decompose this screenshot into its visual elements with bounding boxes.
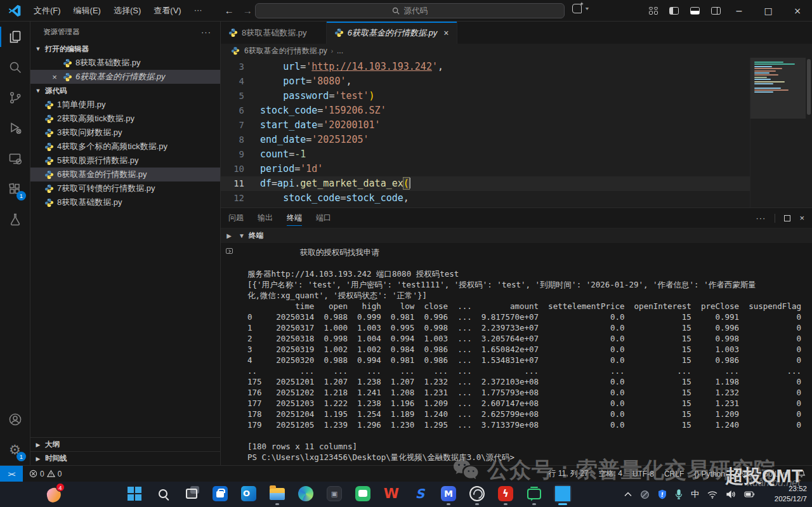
outline-section[interactable]: ▶ 大纲: [30, 437, 220, 451]
close-panel-icon[interactable]: ×: [799, 213, 804, 223]
file-item[interactable]: 1简单使用.py: [30, 98, 220, 112]
close-icon[interactable]: ×: [49, 72, 60, 82]
file-item[interactable]: 3获取问财数据.py: [30, 126, 220, 140]
editor-tab[interactable]: 6获取基金的行情数据.py ×: [327, 22, 457, 44]
messages-button[interactable]: [525, 485, 543, 503]
file-item[interactable]: 8获取基础数据.py: [30, 195, 220, 209]
menu-item[interactable]: 文件(F): [28, 3, 67, 19]
copilot-button[interactable]: ▼: [572, 4, 590, 13]
terminal-output[interactable]: 获取的授权码找我申请 服务器http://14.103.193.242 端口80…: [237, 243, 812, 465]
close-button[interactable]: ×: [783, 0, 812, 22]
code-editor[interactable]: 3 url='http://14.103.193.242',4 port='80…: [221, 58, 812, 207]
status-item[interactable]: 空格: 4: [599, 468, 622, 479]
breadcrumb-symbol[interactable]: ...: [337, 46, 343, 55]
status-item[interactable]: CRLF: [664, 470, 684, 478]
panel-tab[interactable]: 端口: [316, 208, 331, 228]
toggle-panel-icon[interactable]: [690, 7, 700, 15]
volume-icon[interactable]: [726, 490, 736, 499]
file-item[interactable]: 4获取多个标的高频tick数据.py: [30, 140, 220, 154]
panel-tab[interactable]: 输出: [258, 208, 273, 228]
toggle-secondary-sidebar-icon[interactable]: [711, 7, 721, 15]
edge-button[interactable]: [297, 485, 315, 503]
microphone-icon[interactable]: [675, 489, 683, 499]
maximize-panel-icon[interactable]: [784, 215, 790, 221]
menu-item[interactable]: 查看(V): [148, 3, 187, 19]
red-app-button[interactable]: ϟ: [497, 485, 514, 503]
python-file-icon: [44, 128, 54, 138]
file-item[interactable]: 6获取基金的行情数据.py: [30, 168, 220, 181]
command-center-search[interactable]: 源代码: [255, 3, 565, 18]
taskbar-clock[interactable]: 23:52 2025/12/7: [775, 484, 807, 504]
file-item[interactable]: 7获取可转债的行情数据.py: [30, 181, 220, 195]
source-control-icon[interactable]: [0, 82, 30, 113]
do-not-disturb-icon[interactable]: [640, 490, 650, 499]
terminal-section-label[interactable]: ▼终端: [237, 231, 263, 240]
minimap[interactable]: [750, 58, 806, 207]
remote-indicator[interactable]: ><: [0, 466, 23, 482]
more-actions-icon[interactable]: ···: [756, 213, 766, 223]
chevron-right-icon[interactable]: ▶: [225, 232, 233, 239]
ai-app-button[interactable]: S: [411, 485, 429, 503]
scrollbar-thumb[interactable]: [807, 59, 811, 115]
account-icon[interactable]: [0, 404, 30, 435]
open-editors-header[interactable]: ▼ 打开的编辑器: [30, 42, 220, 56]
settings-gear-icon[interactable]: ⚙ 1: [0, 435, 30, 465]
menu-item[interactable]: 选择(S): [108, 3, 147, 19]
task-view-button[interactable]: [183, 485, 200, 503]
vscode-taskbar-button[interactable]: [554, 485, 572, 503]
testing-icon[interactable]: [0, 204, 30, 235]
m-app-button[interactable]: M: [440, 485, 457, 503]
wps-office-button[interactable]: W: [383, 485, 400, 503]
bird-app-icon[interactable]: 4: [46, 485, 63, 503]
close-icon[interactable]: ×: [443, 28, 449, 38]
remote-explorer-icon[interactable]: [0, 143, 30, 174]
back-icon[interactable]: ←: [225, 5, 234, 16]
customize-layout-icon[interactable]: [649, 7, 658, 15]
terminal-launch-icon[interactable]: [226, 248, 233, 254]
maximize-button[interactable]: □: [754, 0, 783, 22]
ime-language-indicator[interactable]: 中: [691, 489, 699, 500]
open-editor-item[interactable]: × 6获取基金的行情数据.py: [30, 70, 220, 84]
chevron-up-icon[interactable]: [624, 492, 632, 497]
menu-item[interactable]: ···: [188, 3, 208, 19]
explorer-icon[interactable]: [0, 22, 30, 52]
source-folder-header[interactable]: ▼ 源代码: [30, 84, 220, 98]
timeline-section[interactable]: ▶ 时间线: [30, 451, 220, 465]
editor-scrollbar[interactable]: [806, 58, 812, 207]
file-explorer-button[interactable]: [268, 485, 286, 503]
panel-tab[interactable]: 终端: [287, 208, 302, 228]
wechat-button[interactable]: [354, 485, 372, 503]
toggle-sidebar-icon[interactable]: [669, 7, 679, 15]
windows-start-button[interactable]: [126, 485, 143, 503]
status-item[interactable]: {} Python: [694, 470, 725, 478]
search-sidebar-icon[interactable]: [0, 52, 30, 82]
editor-tab[interactable]: 8获取基础数据.py ×: [221, 22, 327, 44]
notifications-bell-icon[interactable]: [797, 470, 806, 478]
file-item[interactable]: 5获取股票行情数据.py: [30, 154, 220, 168]
status-item[interactable]: 3.9.5: [735, 470, 752, 478]
menu-item[interactable]: 编辑(E): [68, 3, 107, 19]
forward-icon[interactable]: →: [243, 5, 252, 16]
file-item[interactable]: 2获取高频tick数据.py: [30, 112, 220, 126]
extensions-icon[interactable]: 1: [0, 174, 30, 204]
breadcrumb[interactable]: 6获取基金的行情数据.py › ...: [221, 44, 812, 58]
panel-tab[interactable]: 问题: [228, 208, 244, 228]
wifi-icon[interactable]: [707, 491, 717, 499]
security-shield-icon[interactable]: [658, 489, 667, 499]
windows-search-button[interactable]: [154, 485, 172, 503]
problems-status[interactable]: 0 0: [29, 470, 62, 478]
error-icon: [29, 470, 37, 478]
status-item[interactable]: Go Live: [763, 470, 789, 478]
dark-app-button[interactable]: ▣: [325, 485, 343, 503]
more-actions-icon[interactable]: ···: [201, 27, 211, 37]
battery-icon[interactable]: [744, 491, 755, 497]
open-editor-item[interactable]: × 8获取基础数据.py: [30, 56, 220, 70]
breadcrumb-file[interactable]: 6获取基金的行情数据.py: [244, 46, 327, 56]
minimize-button[interactable]: −: [724, 0, 754, 22]
status-item[interactable]: 行 11, 列 27: [548, 468, 588, 479]
status-item[interactable]: UTF-8: [632, 470, 654, 478]
microsoft-store-button[interactable]: [211, 485, 229, 503]
obs-button[interactable]: [468, 485, 486, 503]
outlook-button[interactable]: [240, 485, 258, 503]
run-debug-icon[interactable]: [0, 113, 30, 143]
